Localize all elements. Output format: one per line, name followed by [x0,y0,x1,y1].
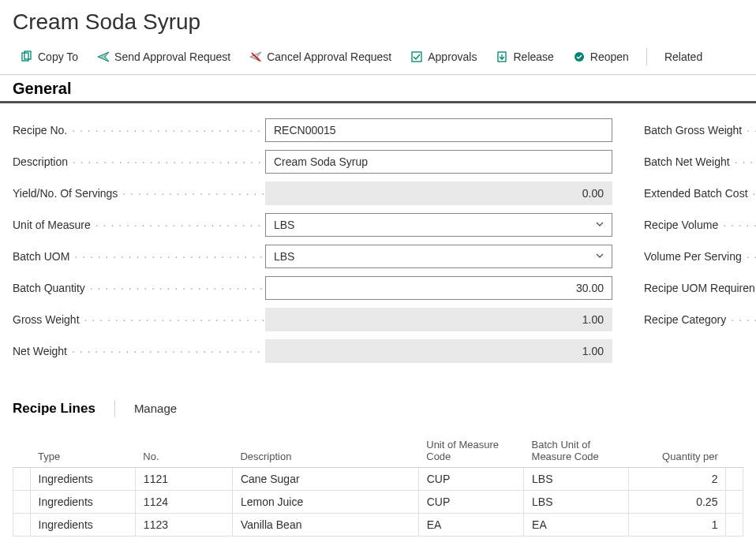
cell-trailing [726,491,743,514]
approvals-icon [410,50,423,63]
cell-type[interactable]: Ingredients [30,514,135,537]
cell-batch-uom[interactable]: LBS [524,468,629,491]
label-batch-qty: Batch Quantity [13,282,265,294]
cell-uom[interactable]: EA [418,514,523,537]
description-field[interactable] [265,150,612,174]
label-net-weight: Net Weight [13,345,265,357]
svg-rect-3 [412,52,421,62]
table-row[interactable]: Ingredients1124Lemon JuiceCUPLBS0.25 [13,491,743,514]
cell-qty-per[interactable]: 1 [629,514,726,537]
release-label: Release [513,50,553,63]
cell-description[interactable]: Lemon Juice [232,491,418,514]
table-row[interactable]: Ingredients1123Vanilla BeanEAEA1 [13,514,743,537]
manage-button[interactable]: Manage [115,398,196,418]
related-button[interactable]: Related [657,47,710,66]
cell-no[interactable]: 1121 [135,468,232,491]
label-extended-batch-cost: Extended Batch Cost [644,187,756,200]
table-row[interactable]: Ingredients1121Cane SugarCUPLBS2 [13,468,743,491]
page-title: Cream Soda Syrup [0,0,756,43]
cell-type[interactable]: Ingredients [30,468,135,491]
toolbar: Copy To Send Approval Request Cancel App… [0,43,756,75]
cell-no[interactable]: 1123 [135,514,232,537]
col-type[interactable]: Type [30,434,135,468]
label-recipe-uom-req: Recipe UOM Requiren [644,282,756,294]
col-uom-code[interactable]: Unit of Measure Code [418,434,523,468]
gross-weight-field [265,308,612,331]
label-yield: Yield/No. Of Servings [13,187,265,200]
col-description[interactable]: Description [232,434,418,468]
label-description: Description [13,155,265,168]
reopen-button[interactable]: Reopen [565,47,637,66]
label-batch-gross-weight: Batch Gross Weight [644,124,756,136]
recipe-lines-section: Recipe Lines Manage Type No. Description… [0,398,756,537]
release-icon [496,50,508,63]
cell-uom[interactable]: CUP [418,468,523,491]
approvals-label: Approvals [428,50,477,63]
batch-uom-select[interactable] [265,245,612,268]
recipe-lines-title: Recipe Lines [13,401,114,417]
section-general-header: General [0,75,756,103]
release-button[interactable]: Release [488,47,561,66]
batch-qty-field[interactable] [265,276,612,300]
copy-icon [21,50,33,63]
label-recipe-no: Recipe No. [13,124,265,136]
cell-trailing [726,514,743,537]
yield-field [265,181,612,205]
cell-type[interactable]: Ingredients [30,491,135,514]
net-weight-field [265,339,612,363]
row-indicator [13,491,31,514]
send-approval-label: Send Approval Request [114,50,230,63]
uom-select[interactable] [265,213,612,237]
row-indicator [13,514,31,537]
col-no[interactable]: No. [135,434,232,468]
label-recipe-volume: Recipe Volume [644,219,756,231]
cancel-approval-button[interactable]: Cancel Approval Request [241,47,399,66]
cell-description[interactable]: Cane Sugar [232,468,418,491]
recipe-lines-table: Type No. Description Unit of Measure Cod… [13,434,743,537]
cell-uom[interactable]: CUP [418,491,523,514]
row-indicator [13,468,31,491]
copy-to-label: Copy To [38,50,78,63]
cell-no[interactable]: 1124 [135,491,232,514]
cell-description[interactable]: Vanilla Bean [232,514,418,537]
label-batch-net-weight: Batch Net Weight [644,155,756,168]
send-icon [97,50,110,63]
send-approval-button[interactable]: Send Approval Request [89,47,238,66]
recipe-no-field[interactable] [265,118,612,142]
cancel-approval-label: Cancel Approval Request [267,50,391,63]
col-qty-per[interactable]: Quantity per [629,434,726,468]
reopen-icon [573,50,586,63]
label-recipe-category: Recipe Category [644,313,756,326]
toolbar-separator [646,48,647,65]
approvals-button[interactable]: Approvals [402,47,485,66]
copy-to-button[interactable]: Copy To [13,47,86,66]
label-batch-uom: Batch UOM [13,250,265,263]
cell-trailing [726,468,743,491]
label-gross-weight: Gross Weight [13,313,265,326]
col-batch-uom-code[interactable]: Batch Unit of Measure Code [524,434,629,468]
related-label: Related [664,50,702,63]
cell-batch-uom[interactable]: LBS [524,491,629,514]
cell-qty-per[interactable]: 2 [629,468,726,491]
reopen-label: Reopen [590,50,629,63]
general-form: Recipe No. Description Yield/No. Of Serv… [0,114,756,367]
cell-batch-uom[interactable]: EA [524,514,629,537]
label-uom: Unit of Measure [13,219,265,231]
label-volume-per-serving: Volume Per Serving [644,250,756,263]
cell-qty-per[interactable]: 0.25 [629,491,726,514]
cancel-send-icon [249,50,262,63]
